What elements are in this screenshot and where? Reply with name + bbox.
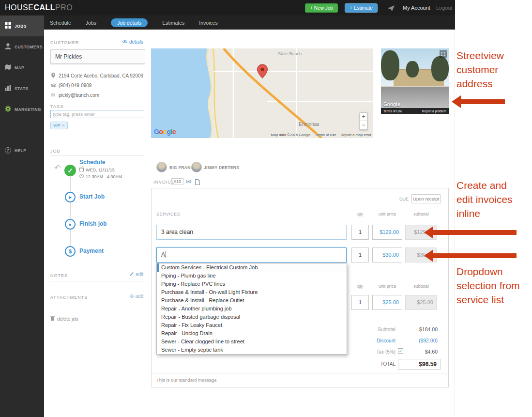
start-job-step-circle[interactable]: ▶ — [65, 192, 76, 202]
tab-job-details[interactable]: Job details — [111, 18, 148, 27]
tab-estimates[interactable]: Estimates — [162, 20, 184, 26]
dropdown-option[interactable]: Repair - Unclog Drain — [157, 329, 347, 338]
dropdown-option[interactable]: Repair - Another plumbing job — [157, 305, 347, 313]
expand-icon[interactable] — [440, 50, 447, 58]
sidebar-spacer — [0, 120, 44, 140]
streetview-terms-link[interactable]: Terms of Use — [383, 109, 402, 113]
sidebar-item-marketing[interactable]: MARKETING — [0, 99, 44, 120]
dropdown-option[interactable]: Purchase & Install - On-wall Light Fixtu… — [157, 288, 347, 296]
start-job-step-label[interactable]: Start Job — [79, 193, 105, 200]
service-name-text: 3 area clean — [161, 229, 193, 235]
customer-address[interactable]: 2194 Corte Acebo, Carlsbad, CA 92009 — [50, 73, 143, 79]
invoice-message[interactable]: This is our standard message — [156, 377, 217, 383]
invoice-number-badge: #10 — [171, 178, 183, 185]
dispatch-icon[interactable] — [388, 5, 395, 14]
map-canvas[interactable]: State Beach Encinitas Google Map data ©2… — [151, 48, 373, 138]
check-icon: ✓ — [68, 167, 73, 174]
dropdown-option[interactable]: Piping - Plumb gas line — [157, 272, 347, 280]
dropdown-option[interactable]: Sewer - Clear clogged line to street — [157, 338, 347, 346]
bar-chart-icon — [5, 85, 11, 92]
payment-step-circle[interactable]: $ — [65, 246, 76, 257]
tax-value: $4.60 — [425, 349, 438, 355]
schedule-time-row: 12:30AM - 4:00AM — [79, 174, 122, 179]
sidebar-item-map[interactable]: MAP — [0, 57, 44, 78]
due-select[interactable]: Upon receipt — [411, 194, 441, 203]
export-invoice-icon[interactable] — [195, 178, 200, 187]
sidebar-item-stats[interactable]: STATS — [0, 78, 44, 99]
payment-step-label[interactable]: Payment — [79, 247, 104, 254]
dropdown-option[interactable]: Sewer - Empty septic tank — [157, 346, 347, 354]
sidebar-item-help[interactable]: ? HELP — [0, 140, 44, 161]
unit-price-input[interactable]: $25.00 — [372, 295, 402, 310]
logo-letter: o — [163, 128, 167, 136]
undo-icon[interactable]: ↶ — [54, 163, 61, 172]
unit-price-input[interactable]: $30.00 — [372, 247, 402, 263]
unit-price-input[interactable]: $129.00 — [372, 225, 402, 240]
tax-checkbox[interactable]: ✓ — [398, 348, 403, 354]
help-icon: ? — [5, 147, 11, 154]
delete-job-link[interactable]: delete job — [50, 316, 78, 322]
tag-chip-vip[interactable]: VIP × — [50, 122, 68, 129]
dropdown-option[interactable]: Repair - Busted garbage disposal — [157, 313, 347, 321]
customer-name-field[interactable]: Mr Pickles — [50, 49, 145, 64]
map-terms-link[interactable]: Terms of Use — [315, 133, 336, 137]
trash-icon — [50, 316, 55, 322]
dropdown-option[interactable]: Piping - Replace PVC lines — [157, 280, 347, 288]
map-art: State Beach Encinitas — [151, 48, 373, 138]
qty-input[interactable]: 1 — [351, 247, 369, 263]
map-report-link[interactable]: Report a map error — [341, 133, 371, 137]
sidebar-item-label: MAP — [15, 65, 24, 70]
app-right-edge — [455, 30, 455, 417]
pencil-icon — [130, 272, 134, 277]
dollar-icon: $ — [69, 248, 72, 254]
annotation-dropdown: Dropdown selection from service list — [456, 264, 520, 307]
invoice-panel: DUE Upon receipt SERVICES qty unit price… — [151, 188, 449, 387]
customer-details-link[interactable]: details — [122, 39, 143, 45]
tax-label: Tax (5%) — [377, 349, 395, 355]
finish-job-step-label[interactable]: Finish job — [79, 220, 107, 227]
tab-invoices[interactable]: Invoices — [199, 20, 218, 26]
customer-email[interactable]: ✉ pickly@bunch.com — [50, 93, 99, 98]
finish-job-step-circle[interactable]: ■ — [65, 219, 76, 230]
google-logo: Google — [154, 128, 176, 136]
qty-input[interactable]: 1 — [351, 225, 369, 240]
discount-label[interactable]: Discount — [377, 338, 395, 343]
tab-schedule[interactable]: Schedule — [50, 20, 71, 26]
email-invoice-icon[interactable]: ✉ — [186, 178, 191, 185]
job-subnav: Schedule Jobs Job details Estimates Invo… — [44, 15, 455, 30]
remove-tag-icon[interactable]: × — [62, 123, 65, 128]
sidebar-item-jobs[interactable]: JOBS — [0, 15, 44, 36]
streetview-google-logo: Google — [383, 102, 400, 107]
sidebar-item-customers[interactable]: CUSTOMERS — [0, 36, 44, 57]
zoom-out-button[interactable]: − — [360, 121, 367, 130]
customer-phone[interactable]: ☎ (904) 049-0909 — [50, 83, 91, 88]
col-header-subtotal: subtotal — [413, 284, 429, 289]
zoom-in-button[interactable]: + — [360, 112, 367, 121]
job-section-label: JOB — [50, 149, 61, 154]
total-label: TOTAL — [380, 361, 395, 367]
schedule-date-text: WED, 11/11/15 — [86, 168, 115, 172]
tag-input[interactable] — [50, 110, 144, 118]
notes-edit-link[interactable]: edit — [130, 272, 143, 277]
schedule-step-label[interactable]: Schedule — [79, 159, 105, 166]
logout-link[interactable]: Logout — [436, 0, 453, 15]
streetview-report-link[interactable]: Report a problem — [422, 109, 446, 113]
dropdown-option[interactable]: Custom Services - Electrical Custom Job — [157, 263, 347, 272]
logo-house: HOUSE — [5, 3, 33, 12]
my-account-link[interactable]: My Account — [403, 0, 430, 15]
schedule-step-circle[interactable]: ✓ — [64, 165, 76, 176]
tab-jobs[interactable]: Jobs — [86, 20, 96, 26]
dropdown-option[interactable]: Repair - Fix Leaky Faucet — [157, 321, 347, 329]
estimate-button[interactable]: + Estimate — [345, 3, 378, 13]
person-icon — [5, 43, 11, 50]
attachments-divider — [50, 303, 145, 303]
service-name-input-focused[interactable]: A — [156, 247, 347, 263]
service-name-input[interactable]: 3 area clean — [156, 225, 347, 240]
qty-input[interactable]: 1 — [351, 295, 369, 310]
attachments-add-link[interactable]: ⊕ add — [130, 293, 143, 299]
logo-letter: G — [154, 128, 159, 136]
page: HOUSECALLPRO + New Job + Estimate My Acc… — [0, 0, 532, 417]
new-job-button[interactable]: + New Job — [305, 3, 338, 13]
dropdown-option[interactable]: Purchase & Install - Replace Outlet — [157, 296, 347, 305]
streetview-thumbnail[interactable]: Google Terms of Use Report a problem — [381, 48, 449, 114]
